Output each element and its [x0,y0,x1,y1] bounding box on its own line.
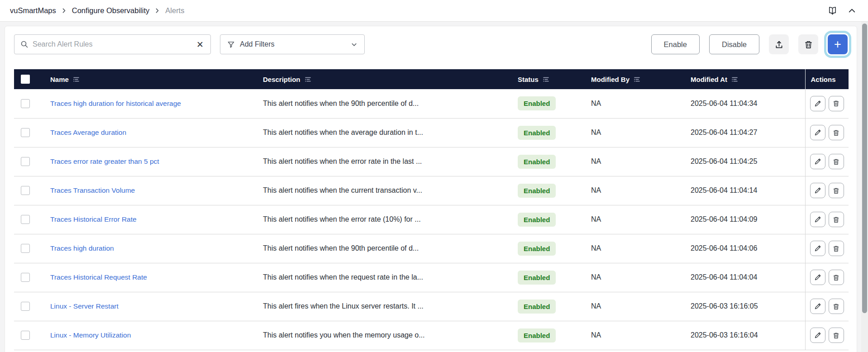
table-row: Traces Average duration This alert notif… [14,118,849,147]
modified-at-value: 2025-06-03 16:16:04 [691,331,758,339]
trash-icon [833,332,839,339]
enable-button[interactable]: Enable [651,34,700,54]
row-checkbox[interactable] [21,331,30,340]
modified-by-value: NA [591,302,601,310]
status-badge: Enabled [518,300,556,314]
modified-by-value: NA [591,331,601,339]
status-badge: Enabled [518,242,556,256]
alert-name-link[interactable]: Traces Transaction Volume [50,186,135,194]
edit-button[interactable] [810,270,825,285]
table-row: Traces Historical Error Rate This alert … [14,205,849,234]
modified-at-value: 2025-06-04 11:04:34 [691,100,757,107]
status-badge: Enabled [518,184,556,198]
alert-description: This alert notifies when the 90th percen… [263,100,419,107]
edit-button[interactable] [810,299,825,314]
table-row: Traces Transaction Volume This alert not… [14,176,849,205]
collapse-chevron-up-icon[interactable] [848,6,856,15]
filter-list-icon[interactable] [305,76,311,83]
filter-list-icon[interactable] [543,76,549,83]
status-badge: Enabled [518,126,556,140]
delete-button[interactable] [829,299,844,314]
trash-icon [833,129,839,136]
add-alert-button[interactable]: + [828,34,848,54]
pencil-icon [814,187,821,194]
pencil-icon [814,100,821,107]
row-checkbox[interactable] [21,99,30,108]
breadcrumb-vusmartmaps[interactable]: vuSmartMaps [10,6,56,15]
scrollbar-thumb[interactable] [862,24,867,313]
alerts-table: Name Description Status Modified By Modi… [14,69,849,350]
docs-book-icon[interactable] [827,5,838,16]
delete-button[interactable] [829,328,844,343]
column-header-modified-by: Modified By [591,76,630,83]
alert-name-link[interactable]: Traces high duration [50,244,114,252]
alert-name-link[interactable]: Linux - Memory Utilization [50,331,131,339]
clear-search-icon[interactable]: ✕ [196,40,205,49]
pencil-icon [814,332,821,339]
top-bar: vuSmartMaps Configure Observability Aler… [0,0,868,22]
edit-button[interactable] [810,212,825,227]
chevron-right-icon [61,8,67,14]
delete-button[interactable] [829,212,844,227]
delete-button[interactable] [829,96,844,111]
modified-at-value: 2025-06-04 11:04:09 [691,215,757,223]
edit-button[interactable] [810,241,825,256]
status-badge: Enabled [518,155,556,169]
breadcrumb-configure-observability[interactable]: Configure Observability [72,6,150,15]
pencil-icon [814,274,821,281]
modified-at-value: 2025-06-03 16:16:05 [691,302,758,310]
column-header-actions: Actions [811,76,836,83]
alert-name-link[interactable]: Linux - Server Restart [50,302,119,310]
search-input[interactable] [33,40,191,48]
row-checkbox[interactable] [21,302,30,311]
status-badge: Enabled [518,96,556,110]
pencil-icon [814,216,821,223]
row-checkbox[interactable] [21,128,30,137]
alert-description: This alert notifies when the 90th percen… [263,244,419,252]
filter-list-icon[interactable] [634,76,640,83]
plus-icon: + [834,38,841,52]
row-checkbox[interactable] [21,186,30,195]
alert-name-link[interactable]: Traces Average duration [50,128,126,136]
row-checkbox[interactable] [21,273,30,282]
row-checkbox[interactable] [21,215,30,224]
row-actions [806,241,849,256]
edit-button[interactable] [810,183,825,198]
trash-icon [833,274,839,281]
upload-icon [774,40,784,49]
alert-name-link[interactable]: Traces Historical Error Rate [50,215,137,223]
export-button[interactable] [769,34,789,54]
edit-button[interactable] [810,96,825,111]
table-row: Traces error rate greater than 5 pct Thi… [14,147,849,176]
delete-button[interactable] [829,241,844,256]
row-checkbox[interactable] [21,157,30,166]
row-checkbox[interactable] [21,244,30,253]
edit-button[interactable] [810,154,825,169]
table-row: Linux - Memory Utilization This alert no… [14,321,849,350]
alert-name-link[interactable]: Traces error rate greater than 5 pct [50,157,159,165]
table-row: Traces high duration for historical aver… [14,89,849,118]
filter-list-icon[interactable] [73,76,80,83]
row-actions [806,328,849,343]
delete-button[interactable] [829,125,844,140]
disable-button[interactable]: Disable [709,34,759,54]
filter-list-icon[interactable] [731,76,738,83]
edit-button[interactable] [810,328,825,343]
pencil-icon [814,303,821,310]
alert-name-link[interactable]: Traces Historical Request Rate [50,273,147,281]
alerts-toolbar: ✕ Add Filters Enable Disable [14,34,848,54]
alert-name-link[interactable]: Traces high duration for historical aver… [50,100,181,107]
topbar-actions [827,5,856,16]
filter-funnel-icon [227,41,235,48]
select-all-checkbox[interactable] [21,75,30,84]
add-filters-dropdown[interactable]: Add Filters [220,34,365,54]
modified-by-value: NA [591,157,601,165]
bulk-delete-button[interactable] [798,34,818,54]
delete-button[interactable] [829,154,844,169]
breadcrumb: vuSmartMaps Configure Observability Aler… [10,6,184,15]
delete-button[interactable] [829,183,844,198]
edit-button[interactable] [810,125,825,140]
delete-button[interactable] [829,270,844,285]
column-header-status: Status [518,76,539,83]
modified-by-value: NA [591,128,601,136]
